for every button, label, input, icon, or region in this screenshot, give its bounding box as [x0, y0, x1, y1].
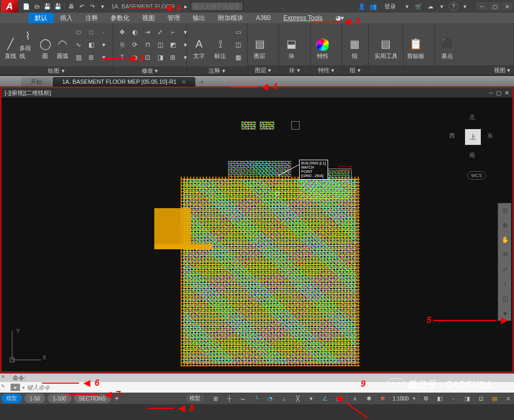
- wheel-icon[interactable]: ◎: [499, 204, 511, 216]
- menu-parametric[interactable]: 参数化: [104, 13, 136, 23]
- customize-status-icon[interactable]: ≡: [502, 394, 514, 403]
- menu-express[interactable]: Express Tools: [277, 13, 329, 23]
- zoom2-icon[interactable]: ↕: [499, 278, 511, 290]
- close-icon[interactable]: ✕: [1, 374, 5, 379]
- ribbon-label-block[interactable]: 块 ▾: [279, 65, 310, 75]
- tool-clipboard[interactable]: 📋剪贴板: [406, 25, 426, 62]
- isolate-icon[interactable]: ⊡: [475, 394, 487, 403]
- region-icon[interactable]: ▥: [73, 52, 84, 63]
- chevron-down-icon[interactable]: ▾: [305, 394, 317, 403]
- login-label[interactable]: 登录: [384, 3, 396, 11]
- fillet-icon[interactable]: ⌐: [167, 26, 179, 38]
- filetab-drawing[interactable]: 1A. BASEMENT FLOOR MEP [05.05.10]-R1✕: [53, 77, 195, 86]
- search-input[interactable]: [191, 2, 243, 11]
- maximize-icon[interactable]: ▢: [496, 90, 501, 96]
- menu-extra-icon[interactable]: ◕▾: [329, 13, 350, 23]
- signin-icon[interactable]: 👤: [357, 2, 367, 11]
- cube-top[interactable]: 上: [465, 129, 481, 145]
- layout-tab-1-50[interactable]: 1-50: [24, 394, 45, 403]
- ortho-icon[interactable]: └: [251, 394, 262, 403]
- infer-icon[interactable]: ⌙: [237, 394, 249, 403]
- help-icon[interactable]: ?: [449, 2, 458, 11]
- tool-arc[interactable]: ◠圆弧: [54, 25, 71, 62]
- ribbon-label-view[interactable]: 视图 ▾: [435, 65, 513, 75]
- qat-print-icon[interactable]: 🖶: [66, 2, 76, 11]
- layout-tab-1-100[interactable]: 1-100: [47, 394, 72, 403]
- extend-icon[interactable]: ⤢: [154, 26, 166, 38]
- chamfer-icon[interactable]: ◩: [167, 39, 179, 51]
- tool-dimension[interactable]: ⟟标注: [210, 25, 230, 62]
- qat-saveas-icon[interactable]: 💾: [53, 2, 63, 11]
- customize-icon[interactable]: ✎: [1, 384, 5, 389]
- menu-annotate[interactable]: 注释: [79, 13, 104, 23]
- menu-manage[interactable]: 管理: [161, 13, 186, 23]
- workspace-icon[interactable]: ◧: [434, 394, 446, 403]
- minus-icon[interactable]: -: [448, 394, 459, 403]
- table-icon[interactable]: ⊞: [85, 52, 97, 63]
- scale-icon[interactable]: ⧉: [129, 52, 141, 63]
- tool-utilities[interactable]: ▤实用工具: [371, 25, 401, 62]
- transparency-icon[interactable]: ⋏: [349, 394, 361, 403]
- viewport-header[interactable]: [-][俯视][二维线框] ─▢✕: [2, 88, 512, 97]
- minimize-button[interactable]: ─: [476, 2, 488, 11]
- trim-icon[interactable]: ⇥: [142, 26, 153, 38]
- offset-icon[interactable]: ⊓: [142, 39, 153, 51]
- annomonitor-icon[interactable]: ✱: [377, 394, 388, 403]
- isodraft-icon[interactable]: ⟂: [278, 394, 290, 403]
- minimize-icon[interactable]: ─: [489, 90, 493, 96]
- leader-icon[interactable]: ▭: [232, 26, 244, 38]
- qat-dropdown-icon[interactable]: ▾: [97, 2, 108, 11]
- qat-open-icon[interactable]: 🗁: [32, 2, 42, 11]
- menu-view[interactable]: 视图: [136, 13, 161, 23]
- qat-new-icon[interactable]: 📄: [21, 2, 32, 11]
- qat-undo-icon[interactable]: ↶: [76, 2, 87, 11]
- add-tab-icon[interactable]: +: [197, 78, 206, 86]
- tool-line[interactable]: ╱直线: [2, 25, 18, 62]
- command-prompt-icon[interactable]: ▸: [11, 384, 20, 391]
- array-icon[interactable]: ◫: [154, 39, 166, 51]
- ribbon-label-draw[interactable]: 绘图 ▾: [0, 66, 113, 75]
- menu-output[interactable]: 输出: [186, 13, 212, 23]
- polar-icon[interactable]: ◔: [264, 394, 276, 403]
- snapmode-icon[interactable]: ┼: [223, 394, 235, 403]
- exchange-icon[interactable]: ▾: [402, 2, 412, 11]
- close-button[interactable]: ✕: [501, 2, 513, 11]
- drawing-canvas[interactable]: BUILDING [L1] MATCH POINT [GRID - 29/A] …: [2, 97, 512, 372]
- lwt-icon[interactable]: ◫: [333, 394, 344, 403]
- otrack-icon[interactable]: ∠: [319, 394, 331, 403]
- cycling-icon[interactable]: ✱: [363, 394, 374, 403]
- layout-tab-sections[interactable]: SECTIONS: [74, 394, 111, 403]
- close-icon[interactable]: ✕: [182, 79, 186, 85]
- ribbon-label-group[interactable]: 组 ▾: [342, 65, 368, 75]
- stretch-icon[interactable]: ↧: [116, 52, 128, 63]
- ucs-icon[interactable]: Y X: [7, 328, 44, 366]
- orbit-icon[interactable]: ⟲: [499, 249, 511, 260]
- break-icon[interactable]: ⊞: [167, 52, 179, 63]
- close-icon[interactable]: ✕: [505, 90, 509, 96]
- chevron-down-icon[interactable]: ▾: [460, 2, 470, 11]
- wcs-badge[interactable]: WCS: [467, 171, 486, 180]
- showmotion-icon[interactable]: ◫: [499, 293, 511, 305]
- grid-icon[interactable]: ⊞: [210, 394, 221, 403]
- field-icon[interactable]: ▦: [232, 52, 244, 63]
- chevron-down-icon[interactable]: ▾: [499, 308, 511, 319]
- chevron-down-icon[interactable]: ▾: [413, 396, 416, 401]
- scale-button[interactable]: 1:1000: [390, 396, 411, 402]
- extent-icon[interactable]: ⤢: [499, 263, 511, 275]
- pan-icon[interactable]: ✋: [499, 234, 511, 246]
- tool-polyline[interactable]: ⌇多段线: [19, 25, 36, 62]
- cart-icon[interactable]: 🛒: [414, 2, 423, 11]
- rotate-icon[interactable]: ◐: [129, 26, 141, 38]
- app-logo[interactable]: A: [1, 0, 18, 13]
- a360-icon[interactable]: ☁: [426, 2, 435, 11]
- menu-insert[interactable]: 插入: [54, 13, 79, 23]
- chevron-down-icon[interactable]: ▾: [98, 52, 110, 63]
- rect-icon[interactable]: □: [85, 26, 97, 38]
- ribbon-label-modify[interactable]: 修改 ▾: [113, 66, 186, 75]
- maximize-button[interactable]: ▢: [489, 2, 500, 11]
- status-model-toggle[interactable]: 模型: [185, 394, 204, 403]
- dot-icon[interactable]: ·: [98, 26, 110, 38]
- layout-tab-model[interactable]: 模型: [1, 394, 22, 403]
- ellipse-icon[interactable]: ⬭: [73, 26, 84, 38]
- copy-icon[interactable]: ⎘: [116, 39, 128, 51]
